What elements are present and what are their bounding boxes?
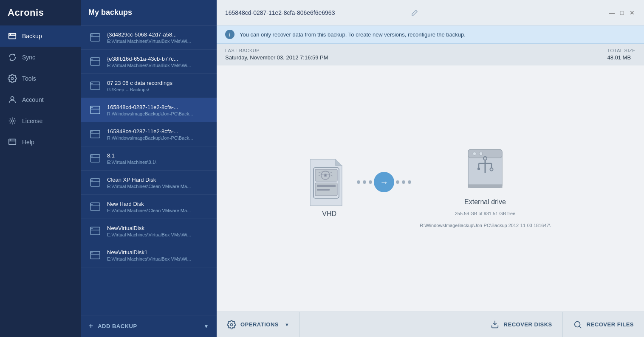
external-drive-icon bbox=[466, 147, 504, 194]
svg-point-26 bbox=[91, 155, 93, 157]
list-item[interactable]: NewVirtualDisk E:\Virtual Machines\Virtu… bbox=[81, 219, 217, 243]
backup-item-path: E:\Virtual Machines\Clean VMware Ma... bbox=[107, 184, 209, 189]
recover-disks-button[interactable]: RECOVER DISKS bbox=[480, 312, 563, 337]
backup-item-text: {3d4829cc-5068-42d7-a58... E:\Virtual Ma… bbox=[107, 31, 209, 44]
list-item[interactable]: New Hard Disk E:\Virtual Machines\Clean … bbox=[81, 195, 217, 219]
sync-icon bbox=[8, 53, 17, 62]
list-item[interactable]: 07 23 06 c data recordings G:\Keep -- Ba… bbox=[81, 74, 217, 98]
disk-icon bbox=[88, 103, 102, 117]
dots-right bbox=[396, 180, 411, 184]
dot bbox=[363, 180, 366, 184]
disk-icon bbox=[88, 224, 102, 238]
sidebar-item-help[interactable]: Help bbox=[0, 132, 81, 153]
disk-icon bbox=[88, 152, 102, 165]
backup-item-text: 8.1 E:\Virtual Machines\8.1\ bbox=[107, 152, 209, 165]
backup-item-name: New Hard Disk bbox=[107, 201, 209, 207]
tools-icon bbox=[8, 74, 17, 83]
dots-left bbox=[357, 180, 372, 184]
dot bbox=[402, 180, 405, 184]
sidebar-item-license[interactable]: License bbox=[0, 110, 81, 132]
backup-item-text: NewVirtualDisk E:\Virtual Machines\Virtu… bbox=[107, 225, 209, 237]
backup-item-path: E:\Virtual Machines\VirtualBox VMs\Wi... bbox=[107, 232, 209, 237]
backup-item-path: E:\Virtual Machines\8.1\ bbox=[107, 160, 209, 165]
backup-item-text: New Hard Disk E:\Virtual Machines\Clean … bbox=[107, 201, 209, 213]
svg-point-3 bbox=[11, 77, 14, 80]
backup-item-path: E:\Virtual Machines\VirtualBox VMs\Wi... bbox=[107, 256, 209, 261]
sidebar-label-license: License bbox=[22, 118, 42, 124]
sidebar-label-help: Help bbox=[22, 139, 34, 146]
minimize-button[interactable]: — bbox=[608, 9, 615, 16]
svg-point-14 bbox=[91, 59, 93, 60]
operations-button[interactable]: OPERATIONS ▼ bbox=[217, 312, 300, 337]
disk-icon bbox=[88, 248, 102, 262]
backup-item-name: 8.1 bbox=[107, 152, 209, 159]
disk-icon bbox=[88, 127, 102, 141]
plus-icon: + bbox=[88, 321, 93, 331]
add-backup-bar[interactable]: + ADD BACKUP ▼ bbox=[81, 315, 217, 337]
backup-item-name: NewVirtualDisk bbox=[107, 225, 209, 231]
list-item[interactable]: 165848ce-0287-11e2-8cfa-... R:\WindowsIm… bbox=[81, 122, 217, 146]
svg-point-23 bbox=[91, 131, 93, 132]
chevron-down-icon: ▼ bbox=[204, 323, 209, 329]
svg-point-62 bbox=[574, 321, 580, 327]
backup-item-name: Clean XP Hard Disk bbox=[107, 177, 209, 183]
svg-rect-47 bbox=[317, 185, 336, 187]
operations-chevron: ▼ bbox=[285, 322, 289, 327]
sidebar-item-tools[interactable]: Tools bbox=[0, 68, 81, 89]
total-size-value: 48.01 MB bbox=[607, 54, 636, 61]
list-item[interactable]: Clean XP Hard Disk E:\Virtual Machines\C… bbox=[81, 171, 217, 195]
sidebar-item-sync[interactable]: Sync bbox=[0, 47, 81, 68]
gear-icon bbox=[227, 320, 236, 329]
list-item-selected[interactable]: 165848cd-0287-11e2-8cfa-... R:\WindowsIm… bbox=[81, 98, 217, 122]
backup-item-text: 165848ce-0287-11e2-8cfa-... R:\WindowsIm… bbox=[107, 128, 209, 140]
backup-item-text: 165848cd-0287-11e2-8cfa-... R:\WindowsIm… bbox=[107, 104, 209, 116]
vhd-label: VHD bbox=[322, 210, 336, 218]
main-content: 165848cd-0287-11e2-8cfa-806e6f6e6963 — □… bbox=[217, 0, 644, 337]
svg-point-45 bbox=[325, 174, 326, 176]
sidebar-label-backup: Backup bbox=[22, 33, 42, 39]
backup-item-path: R:\WindowsImageBackup\Jon-PC\Back... bbox=[107, 111, 209, 116]
list-item[interactable]: {e38fb16d-651a-43cb-b77c... E:\Virtual M… bbox=[81, 50, 217, 74]
vhd-source: VHD bbox=[310, 159, 348, 218]
dot bbox=[357, 180, 360, 184]
list-item[interactable]: {3d4829cc-5068-42d7-a58... E:\Virtual Ma… bbox=[81, 25, 217, 50]
disk-icon bbox=[88, 31, 102, 44]
list-item[interactable]: NewVirtualDisk1 E:\Virtual Machines\Virt… bbox=[81, 243, 217, 267]
drive-path-info: R:\WindowsImageBackup\Jon-PC\Backup 2012… bbox=[420, 222, 551, 230]
main-title: 165848cd-0287-11e2-8cfa-806e6f6e6963 bbox=[225, 9, 407, 16]
backup-item-path: G:\Keep -- Backups\ bbox=[107, 87, 209, 92]
svg-marker-39 bbox=[310, 159, 342, 206]
recover-files-button[interactable]: RECOVER FILES bbox=[563, 312, 644, 337]
add-backup-label: ADD BACKUP bbox=[98, 323, 137, 329]
recover-disks-label: RECOVER DISKS bbox=[504, 321, 552, 328]
sidebar-item-account[interactable]: Account bbox=[0, 89, 81, 110]
backup-item-name: NewVirtualDisk1 bbox=[107, 249, 209, 256]
close-button[interactable]: ✕ bbox=[629, 9, 636, 16]
external-drive-label: External drive bbox=[464, 198, 506, 206]
stat-last-backup: LAST BACKUP Saturday, November 03, 2012 … bbox=[225, 48, 328, 61]
recover-files-label: RECOVER FILES bbox=[587, 321, 634, 328]
svg-rect-60 bbox=[468, 185, 502, 188]
dot bbox=[396, 180, 399, 184]
sidebar-item-backup[interactable]: Backup bbox=[0, 25, 81, 47]
svg-line-63 bbox=[579, 326, 581, 328]
list-item[interactable]: 8.1 E:\Virtual Machines\8.1\ bbox=[81, 146, 217, 171]
disk-icon bbox=[88, 55, 102, 68]
backup-item-name: 165848ce-0287-11e2-8cfa-... bbox=[107, 128, 209, 135]
backup-item-path: E:\Virtual Machines\VirtualBox VMs\Wi... bbox=[107, 63, 209, 68]
sidebar-label-account: Account bbox=[22, 96, 44, 103]
pencil-icon[interactable] bbox=[411, 9, 418, 16]
backup-item-name: {e38fb16d-651a-43cb-b77c... bbox=[107, 56, 209, 62]
backup-item-text: {e38fb16d-651a-43cb-b77c... E:\Virtual M… bbox=[107, 56, 209, 68]
backup-item-text: Clean XP Hard Disk E:\Virtual Machines\C… bbox=[107, 177, 209, 189]
backup-item-text: NewVirtualDisk1 E:\Virtual Machines\Virt… bbox=[107, 249, 209, 261]
maximize-button[interactable]: □ bbox=[619, 9, 625, 16]
svg-point-52 bbox=[479, 152, 483, 155]
dot bbox=[369, 180, 372, 184]
backup-item-text: 07 23 06 c data recordings G:\Keep -- Ba… bbox=[107, 80, 209, 92]
vhd-icon bbox=[310, 159, 348, 206]
svg-point-38 bbox=[91, 252, 93, 253]
diagram-area: VHD → bbox=[217, 65, 644, 312]
account-icon bbox=[8, 95, 17, 104]
last-backup-value: Saturday, November 03, 2012 7:16:59 PM bbox=[225, 54, 328, 61]
